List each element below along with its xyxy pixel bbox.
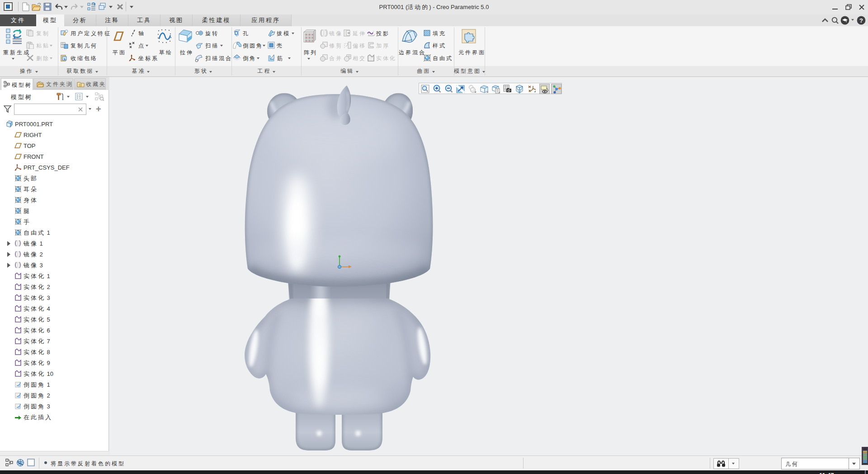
- svg-text:?: ?: [859, 17, 863, 24]
